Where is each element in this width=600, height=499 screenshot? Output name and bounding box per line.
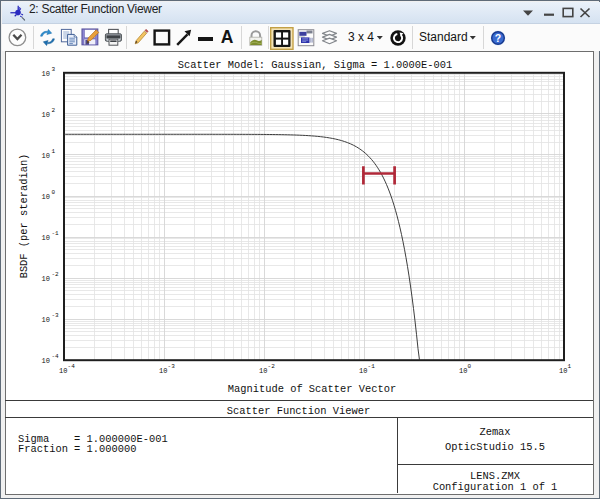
svg-text:Fraction = 1.000000: Fraction = 1.000000 xyxy=(18,443,136,455)
svg-text:LENS.ZMX: LENS.ZMX xyxy=(470,470,521,482)
svg-text:Zemax: Zemax xyxy=(479,426,510,438)
svg-text:Configuration 1 of 1: Configuration 1 of 1 xyxy=(433,481,558,493)
svg-text:OpticStudio 15.5: OpticStudio 15.5 xyxy=(445,441,545,453)
svg-text:Scatter Function Viewer: Scatter Function Viewer xyxy=(227,405,370,417)
